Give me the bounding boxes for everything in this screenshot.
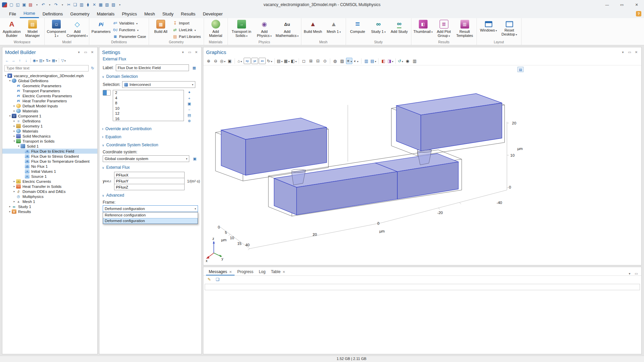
open-file-button[interactable]: ◱ [15, 2, 21, 8]
add-plot-group-button[interactable]: Add Plot Group [434, 19, 454, 40]
go-to-xy-view-button[interactable]: xy [244, 58, 251, 64]
windows-button[interactable]: Windows [479, 19, 499, 40]
part-libraries-button[interactable]: Part Libraries [171, 34, 202, 39]
hide-selection-colors-button[interactable]: ◨ [387, 58, 394, 64]
tree-item-domain-odes-and-daes[interactable]: Domain ODEs and DAEs [2, 189, 97, 194]
show-menu-button[interactable]: ◉ [33, 58, 38, 63]
add-selection-button[interactable]: ⊞ [308, 58, 314, 64]
tree-item-transport-in-solids[interactable]: Transport in Solids [2, 139, 97, 144]
domain-item[interactable]: 8 [113, 101, 184, 106]
tree-item-materials-component[interactable]: Materials [2, 128, 97, 134]
zoom-in-button[interactable]: ⊕ [205, 58, 212, 64]
section-equation[interactable]: Equation [99, 133, 201, 141]
study-1-button[interactable]: Study 1 [368, 19, 389, 40]
wireframe-rendering-button[interactable]: ▨ [339, 58, 345, 64]
tree-item-solid-1[interactable]: Solid 1 [2, 144, 97, 149]
twisty-icon[interactable] [12, 119, 16, 122]
menu-materials[interactable]: Materials [93, 9, 118, 18]
twisty-icon[interactable] [12, 130, 16, 133]
menu-developer[interactable]: Developer [199, 9, 226, 18]
refresh-filter-button[interactable]: ↻ [90, 65, 95, 71]
add-material-button[interactable]: Add Material [206, 19, 226, 40]
add-study-button[interactable]: Add Study [389, 19, 409, 40]
tree-item-geometry-1[interactable]: Geometry 1 [2, 123, 97, 128]
redo-caret-icon[interactable]: ▾ [59, 2, 65, 8]
split-view-button[interactable]: ▥ [363, 58, 369, 64]
tree-item-electric-currents[interactable]: Electric Currents [2, 179, 97, 184]
color-theme-button[interactable]: ▦ [284, 58, 290, 64]
panel-collapse-icon[interactable]: ▾ [627, 272, 632, 275]
menu-home[interactable]: Home [20, 9, 39, 18]
domain-item[interactable]: 12 [113, 111, 184, 116]
parameters-button[interactable]: Parameters [91, 19, 111, 40]
duplicate-button[interactable]: ⧫ [85, 2, 91, 8]
rename-button[interactable]: ▦ [191, 65, 198, 70]
back-button[interactable]: ← [4, 58, 10, 63]
tree-item-default-model-inputs[interactable]: Default Model Inputs [2, 103, 97, 108]
undo-caret-icon[interactable]: ▾ [47, 2, 53, 8]
twisty-icon[interactable] [12, 140, 16, 143]
twisty-icon[interactable] [12, 200, 16, 203]
tree-item-study-1[interactable]: Study 1 [2, 204, 97, 209]
tree-item-no-flux-1[interactable]: No Flux 1 [2, 164, 97, 169]
quick-access-caret-icon[interactable]: ▾ [34, 2, 40, 8]
domain-item[interactable]: 16 [113, 116, 184, 121]
zoom-selected-button[interactable]: ⊙ [322, 58, 328, 64]
filter-menu-button[interactable]: ▽ [61, 58, 66, 63]
domain-item[interactable]: 2 [113, 90, 184, 96]
table-tool-2-button[interactable]: ▧ [104, 2, 110, 8]
tree-item-heat-transfer-parameters[interactable]: Heat Transfer Parameters [2, 98, 97, 103]
undo-button[interactable]: ↶ [40, 2, 46, 8]
tree-filter-input[interactable] [4, 65, 89, 71]
graphics-canvas[interactable]: ▤ [203, 65, 641, 265]
minimize-button[interactable]: — [600, 0, 614, 9]
tree-item-component-1[interactable]: Component 1 [2, 113, 97, 118]
tree-item-global-definitions[interactable]: Global Definitions [2, 78, 97, 83]
settings-menu-icon[interactable]: ▾ [181, 50, 185, 54]
close-tab-icon[interactable]: ✕ [229, 270, 232, 274]
customize-toolbar-caret-icon[interactable]: ▾ [117, 2, 123, 8]
functions-button[interactable]: Functions [112, 27, 147, 33]
tree-item-results[interactable]: Results [2, 209, 97, 214]
paste-selection-button[interactable]: ▤ [186, 113, 193, 118]
menu-study[interactable]: Study [159, 9, 177, 18]
create-selection-button[interactable]: ✦ [186, 90, 193, 95]
label-input[interactable] [116, 64, 189, 71]
zoom-out-button[interactable]: ⊖ [212, 58, 219, 64]
mesh-1-button[interactable]: Mesh 1 [324, 19, 344, 40]
close-button[interactable]: ✕ [629, 0, 644, 9]
new-file-button[interactable]: ▢ [8, 2, 14, 8]
panel-float-icon[interactable]: ▭ [627, 50, 632, 54]
panel-float-icon[interactable]: ▭ [634, 272, 639, 275]
zoom-to-selection-button[interactable]: ▣ [227, 58, 233, 64]
tree-item-multiphysics[interactable]: Multiphysics [2, 194, 97, 199]
columns-menu-button[interactable]: ▥ [39, 58, 44, 63]
add-physics-button[interactable]: Add Physics [254, 19, 275, 40]
tab-progress[interactable]: Progress [235, 269, 256, 275]
rotate-view-button[interactable]: ↻ [266, 58, 273, 64]
flux-z-input[interactable] [114, 184, 185, 190]
tree-item-mesh-1[interactable]: Mesh 1 [2, 199, 97, 204]
frame-option-reference[interactable]: Reference configuration [103, 212, 198, 218]
tab-table[interactable]: Table✕ [268, 269, 288, 275]
paste-button[interactable]: ▥ [79, 2, 85, 8]
domain-item[interactable]: 4 [113, 96, 184, 101]
menu-geometry[interactable]: Geometry [66, 9, 93, 18]
maximize-button[interactable]: ▭ [614, 0, 629, 9]
clear-messages-button[interactable]: ✎ [206, 276, 212, 283]
section-coordinate-system-selection[interactable]: Coordinate System Selection [99, 141, 201, 149]
environment-reflections-button[interactable]: ◐ [353, 58, 359, 64]
twisty-icon[interactable] [4, 74, 7, 77]
component-1-button[interactable]: Component 1 [46, 19, 66, 40]
reset-desktop-button[interactable]: Reset Desktop [499, 19, 519, 40]
twisty-icon[interactable] [12, 104, 16, 107]
active-selection-toggle[interactable] [103, 90, 111, 96]
delete-button[interactable]: ✕ [91, 2, 97, 8]
domain-item[interactable]: 10 [113, 106, 184, 111]
transport-in-solids-button[interactable]: Transport in Solids [230, 19, 254, 40]
menu-mesh[interactable]: Mesh [141, 9, 159, 18]
copy-button[interactable]: ❏ [72, 2, 78, 8]
menu-file[interactable]: File [5, 9, 20, 18]
copy-selection-button[interactable]: ▣ [186, 101, 193, 106]
tree-item-geometric-parameters[interactable]: Geometric Parameters [2, 83, 97, 88]
